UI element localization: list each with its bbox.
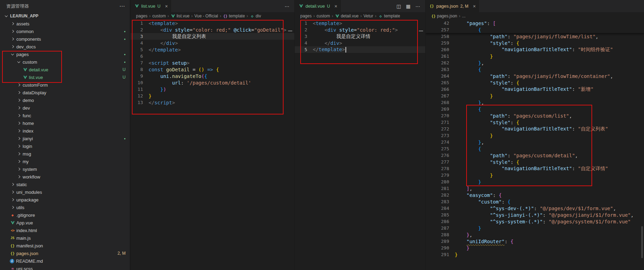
- more-icon[interactable]: ⋯: [285, 3, 289, 9]
- code-line-12[interactable]: 12}: [130, 93, 294, 99]
- breadcrumb-item[interactable]: {}template: [223, 13, 245, 19]
- code-line-262[interactable]: 262 },: [426, 59, 644, 66]
- code-line-4[interactable]: 4 </div>: [295, 40, 425, 46]
- close-icon[interactable]: ×: [334, 3, 337, 9]
- breadcrumb-item[interactable]: pages: [136, 14, 148, 18]
- code-editor-detail[interactable]: 1<template>2 <div style="color: red;">3 …: [295, 20, 425, 270]
- code-line-290[interactable]: 290 }: [426, 245, 644, 251]
- code-line-260[interactable]: 260 "navigationBarTitleText": "时间组件验证": [426, 46, 644, 53]
- code-line-258[interactable]: 258 "path": "pages/jianyi/flowTime/list"…: [426, 33, 644, 40]
- code-line-281[interactable]: 281 ],: [426, 185, 644, 192]
- code-line-8[interactable]: 8const goDetail = () => {: [130, 66, 294, 73]
- tree-item-gitignore[interactable]: ◆.gitignore: [0, 211, 130, 219]
- tree-item-index[interactable]: index: [0, 127, 130, 135]
- breadcrumb-item[interactable]: list.vue: [170, 13, 189, 19]
- tree-item-datadisplay[interactable]: dataDisplay: [0, 89, 130, 96]
- code-line-278[interactable]: 278 "navigationBarTitleText": "自定义详情": [426, 165, 644, 172]
- breadcrumb-item[interactable]: detail.vue: [335, 13, 358, 19]
- tab-list-vue[interactable]: list.vueU×: [130, 0, 171, 12]
- code-line-272[interactable]: 272 "navigationBarTitleText": "自定义列表": [426, 126, 644, 132]
- breadcrumb-item[interactable]: {}pages.json: [431, 13, 457, 19]
- code-line-266[interactable]: 266 "navigationBarTitleText": "新增": [426, 86, 644, 93]
- code-line-276[interactable]: 276 "path": "pages/custom/detail",: [426, 152, 644, 159]
- tree-item-main-js[interactable]: JSmain.js: [0, 234, 130, 242]
- code-line-267[interactable]: 267 }: [426, 93, 644, 99]
- code-line-3[interactable]: 3 我是自定义列表: [130, 33, 294, 40]
- explorer-more-icon[interactable]: ⋯: [119, 3, 125, 9]
- code-line-7[interactable]: 7<script setup>: [130, 59, 294, 66]
- code-line-285[interactable]: 285 "^sys-jianyi-(.*)": "@/pages/jianyi/…: [426, 212, 644, 218]
- tree-item-workflow[interactable]: workflow: [0, 173, 130, 181]
- code-line-4[interactable]: 4 </div>: [130, 40, 294, 46]
- tree-item-list-vue[interactable]: list.vueU: [0, 73, 130, 81]
- code-line-291[interactable]: 291}: [426, 251, 644, 258]
- tree-item-msg[interactable]: msg: [0, 150, 130, 158]
- scrollbar-thumb[interactable]: [641, 226, 643, 258]
- code-line-5[interactable]: 5</template>: [295, 46, 425, 53]
- code-line-11[interactable]: 11 }): [130, 86, 294, 93]
- code-line-1[interactable]: 1<template>: [295, 20, 425, 26]
- code-line-6[interactable]: 6: [130, 53, 294, 59]
- tree-item-func[interactable]: func: [0, 112, 130, 119]
- code-editor-pagesjson[interactable]: 42 "pages": [257 {258 "path": "pages/jia…: [426, 20, 644, 270]
- tree-item-learun-app[interactable]: LEARUN_APP: [0, 12, 130, 20]
- tree-item-app-vue[interactable]: App.vue: [0, 219, 130, 227]
- tree-item-unpackage[interactable]: unpackage: [0, 196, 130, 204]
- tree-item-assets[interactable]: assets: [0, 20, 130, 27]
- tree-item-custom[interactable]: custom●: [0, 58, 130, 66]
- breadcrumb-item[interactable]: ...: [462, 14, 466, 18]
- code-line-5[interactable]: 5</template>: [130, 46, 294, 53]
- code-line-275[interactable]: 275 {: [426, 145, 644, 152]
- code-line-270[interactable]: 270 "path": "pages/custom/list",: [426, 112, 644, 119]
- breadcrumb-item[interactable]: Vue - Official: [194, 14, 218, 18]
- code-line-265[interactable]: 265 "style": {: [426, 79, 644, 86]
- layout-icon[interactable]: ▦: [406, 3, 411, 9]
- code-line-13[interactable]: 13</script>: [130, 99, 294, 106]
- tree-item-common[interactable]: common●: [0, 27, 130, 35]
- breadcrumb-item[interactable]: custom: [152, 14, 166, 18]
- tree-item-uni-modules[interactable]: uni_modules: [0, 188, 130, 196]
- close-icon[interactable]: ×: [165, 3, 168, 9]
- code-line-1[interactable]: 1<template>: [130, 20, 294, 26]
- tree-item-static[interactable]: static: [0, 181, 130, 188]
- tree-item-dev-docs[interactable]: dev_docs: [0, 43, 130, 50]
- code-line-279[interactable]: 279 }: [426, 172, 644, 178]
- code-line-277[interactable]: 277 "style": {: [426, 159, 644, 165]
- tree-item-manifest-json[interactable]: {}manifest.json: [0, 242, 130, 249]
- tree-item-components[interactable]: components●: [0, 35, 130, 43]
- code-line-3[interactable]: 3 我是自定义详情: [295, 33, 425, 40]
- code-line-269[interactable]: 269 {: [426, 106, 644, 112]
- code-line-268[interactable]: 268 },: [426, 99, 644, 106]
- code-line-261[interactable]: 261 }: [426, 53, 644, 59]
- tree-item-detail-vue[interactable]: detail.vueU: [0, 66, 130, 73]
- breadcrumb-item[interactable]: custom: [317, 14, 330, 18]
- code-line-263[interactable]: 263 {: [426, 66, 644, 73]
- code-line-9[interactable]: 9 uni.navigateTo({: [130, 73, 294, 79]
- tree-item-uni-scss[interactable]: ≈uni.scss: [0, 265, 130, 270]
- tab-detail-vue[interactable]: detail.vueU×: [295, 0, 341, 12]
- code-line-257[interactable]: 257 {: [426, 26, 644, 33]
- tree-item-utils[interactable]: utils: [0, 204, 130, 211]
- code-line-42[interactable]: 42 "pages": [: [426, 20, 644, 26]
- more-icon[interactable]: ⋯: [415, 3, 420, 9]
- tree-item-index-html[interactable]: <>index.html: [0, 227, 130, 234]
- close-icon[interactable]: ×: [473, 3, 476, 9]
- code-line-287[interactable]: 287 }: [426, 225, 644, 231]
- code-line-10[interactable]: 10 url: '/pages/custom/detail': [130, 79, 294, 86]
- code-line-286[interactable]: 286 "^sys-system-(.*)": "@/pages/system/…: [426, 218, 644, 225]
- code-line-274[interactable]: 274 },: [426, 139, 644, 145]
- tree-item-my[interactable]: my: [0, 158, 130, 165]
- tree-item-demo[interactable]: demo: [0, 96, 130, 104]
- code-line-271[interactable]: 271 "style": {: [426, 119, 644, 126]
- breadcrumb-item[interactable]: Vetur: [364, 14, 373, 18]
- tab-pages-json[interactable]: {}pages.json2, M×: [426, 0, 479, 12]
- tree-item-readme-md[interactable]: iREADME.md: [0, 257, 130, 265]
- code-line-2[interactable]: 2 <div style="color: red;" @click="goDet…: [130, 26, 294, 33]
- breadcrumb-item[interactable]: ◇div: [250, 13, 261, 19]
- tree-item-pages-json[interactable]: {}pages.json2, M: [0, 249, 130, 257]
- code-line-282[interactable]: 282 "easycom": {: [426, 192, 644, 198]
- code-line-280[interactable]: 280 }: [426, 178, 644, 185]
- code-line-264[interactable]: 264 "path": "pages/jianyi/flowTime/conta…: [426, 73, 644, 79]
- code-line-259[interactable]: 259 "style": {: [426, 40, 644, 46]
- code-line-288[interactable]: 288 },: [426, 231, 644, 238]
